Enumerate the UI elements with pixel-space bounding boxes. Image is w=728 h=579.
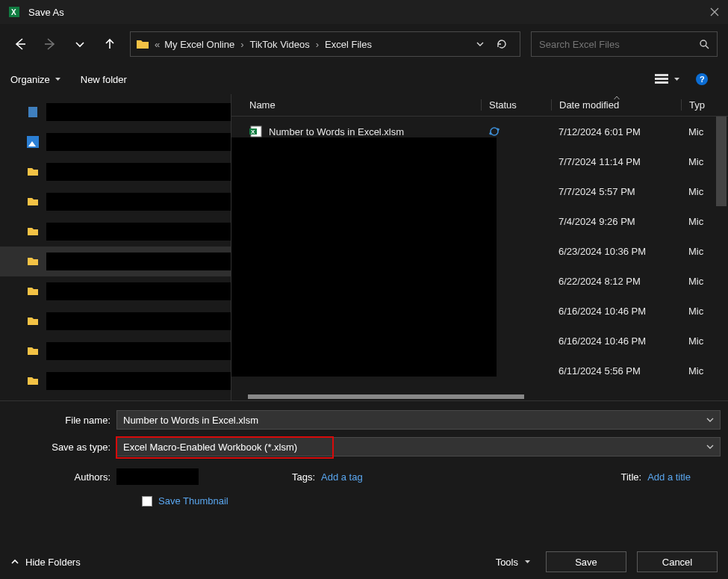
scrollbar[interactable] [716, 117, 727, 206]
saveastype-value: Excel Macro-Enabled Workbook (*.xlsm) [123, 442, 297, 453]
saveastype-row: Save as type: Excel Macro-Enabled Workbo… [7, 437, 721, 456]
authors-label: Authors: [7, 471, 116, 483]
folder-icon [27, 256, 39, 267]
file-name: Number to Words in Excel.xlsm [269, 126, 404, 137]
filename-label: File name: [7, 415, 116, 426]
refresh-button[interactable] [496, 38, 508, 50]
nav-item[interactable] [0, 127, 231, 157]
tags-input[interactable]: Add a tag [321, 471, 363, 483]
saveastype-input[interactable]: Excel Macro-Enabled Workbook (*.xlsm) [116, 437, 721, 456]
window-title: Save As [28, 7, 64, 18]
col-date[interactable]: Date modified [551, 99, 681, 111]
overflow-chevron-icon[interactable]: « [153, 39, 161, 50]
breadcrumb-item[interactable]: Excel Files [325, 39, 372, 50]
nav-item[interactable] [0, 366, 231, 396]
col-name[interactable]: Name [249, 99, 481, 111]
excel-macro-file-icon: X [249, 125, 263, 138]
address-bar[interactable]: « My Excel Online › TikTok Videos › Exce… [130, 31, 520, 57]
breadcrumb: My Excel Online › TikTok Videos › Excel … [164, 39, 464, 50]
col-status[interactable]: Status [481, 99, 551, 111]
folder-icon [27, 345, 39, 357]
recent-locations-button[interactable] [70, 34, 90, 54]
folder-icon [27, 315, 39, 327]
folder-icon [27, 226, 39, 238]
forward-button[interactable] [40, 34, 60, 54]
nav-item[interactable] [0, 97, 231, 127]
column-headers: Name Status Date modified Typ [231, 94, 728, 117]
redacted-area [231, 137, 497, 377]
svg-text:?: ? [700, 75, 705, 84]
title-input[interactable]: Add a title [647, 471, 691, 483]
folder-icon [135, 37, 150, 52]
nav-item[interactable] [0, 157, 231, 187]
svg-rect-3 [655, 74, 668, 76]
search-input[interactable] [539, 39, 693, 50]
breadcrumb-item[interactable]: TikTok Videos [250, 39, 310, 50]
bottom-bar: Hide Folders Tools Save Cancel [0, 545, 728, 579]
checkbox[interactable] [142, 496, 152, 507]
nav-item[interactable] [0, 217, 231, 247]
chevron-right-icon[interactable]: › [313, 39, 322, 50]
excel-icon: X [9, 6, 21, 18]
title-bar: X Save As [0, 0, 728, 24]
nav-item[interactable] [0, 247, 231, 276]
sort-indicator-icon [613, 96, 620, 100]
nav-item[interactable] [0, 306, 231, 336]
toolbar: Organize New folder ? [0, 64, 728, 94]
folder-icon [27, 196, 39, 208]
view-button[interactable] [654, 72, 680, 86]
svg-text:X: X [11, 8, 16, 16]
search-box[interactable] [531, 31, 718, 57]
tags-label: Tags: [231, 471, 321, 483]
chevron-down-icon[interactable] [706, 416, 714, 424]
picture-icon [27, 136, 39, 148]
filename-value: Number to Words in Excel.xlsm [123, 415, 258, 426]
nav-item[interactable] [0, 336, 231, 366]
nav-item[interactable] [0, 276, 231, 306]
filename-row: File name: Number to Words in Excel.xlsm [7, 410, 721, 430]
close-button[interactable] [707, 4, 722, 19]
h-scrollbar[interactable] [248, 394, 524, 399]
chevron-down-icon [673, 76, 680, 83]
file-list-pane: Name Status Date modified Typ X Number t… [231, 94, 728, 400]
organize-label: Organize [10, 74, 50, 85]
cancel-button[interactable]: Cancel [637, 551, 718, 572]
sync-icon [488, 126, 500, 137]
hide-folders-button[interactable]: Hide Folders [10, 557, 81, 568]
new-folder-button[interactable]: New folder [81, 74, 127, 85]
breadcrumb-item[interactable]: My Excel Online [164, 39, 234, 50]
content-area: Name Status Date modified Typ X Number t… [0, 94, 728, 400]
authors-value[interactable] [116, 468, 199, 485]
col-type[interactable]: Typ [681, 99, 717, 111]
svg-text:X: X [251, 129, 255, 135]
save-button[interactable]: Save [546, 551, 626, 572]
file-date: 7/12/2024 6:01 PM [551, 126, 681, 137]
chevron-down-icon [524, 559, 531, 566]
folder-icon [27, 166, 39, 178]
nav-item[interactable] [0, 187, 231, 217]
save-thumbnail-label: Save Thumbnail [158, 495, 228, 507]
saveastype-label: Save as type: [7, 442, 116, 453]
navigation-row: « My Excel Online › TikTok Videos › Exce… [0, 24, 728, 64]
navigation-pane[interactable] [0, 94, 231, 400]
list-view-icon [654, 72, 669, 86]
folder-icon [27, 285, 39, 297]
metadata-row: Authors: Tags: Add a tag Title: Add a ti… [7, 464, 721, 491]
search-icon[interactable] [699, 39, 709, 49]
chevron-up-icon [10, 557, 19, 566]
chevron-right-icon[interactable]: › [237, 39, 246, 50]
svg-rect-5 [655, 81, 668, 84]
svg-rect-4 [655, 78, 668, 80]
help-button[interactable]: ? [695, 72, 709, 86]
folder-icon [27, 375, 39, 387]
tools-button[interactable]: Tools [496, 557, 535, 568]
save-thumbnail-row[interactable]: Save Thumbnail [7, 495, 721, 507]
svg-rect-8 [28, 107, 37, 117]
up-button[interactable] [100, 34, 119, 54]
filename-input[interactable]: Number to Words in Excel.xlsm [116, 410, 721, 430]
back-button[interactable] [10, 34, 30, 54]
organize-button[interactable]: Organize [10, 74, 61, 85]
chevron-down-icon[interactable] [706, 443, 714, 450]
file-type: Mic [681, 126, 717, 137]
address-dropdown-button[interactable] [475, 39, 485, 49]
